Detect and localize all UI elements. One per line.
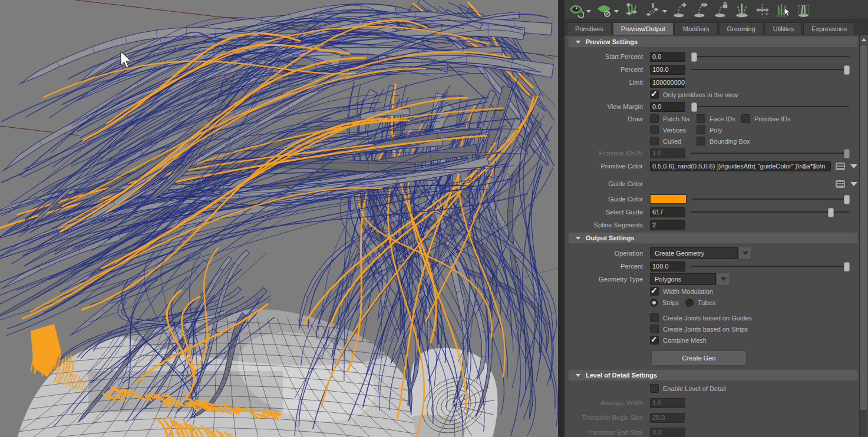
tab-grooming[interactable]: Grooming — [719, 22, 764, 35]
grass-add-icon[interactable] — [624, 2, 639, 18]
strand-split-icon[interactable] — [734, 2, 750, 18]
width-modulation-row: Width Modulation — [569, 286, 857, 297]
draw-vertices-checkbox[interactable] — [650, 125, 659, 134]
section-header-output-settings[interactable]: Output Settings — [569, 233, 857, 243]
primitive-ids-at-field: 1.0 — [650, 148, 685, 158]
settings-panel: Primitives Preview/Output Modifiers Groo… — [565, 0, 868, 437]
combine-mesh-checkbox[interactable] — [650, 336, 659, 345]
view-margin-field[interactable]: 0.0 — [650, 102, 685, 112]
primitive-ids-at-row: Primitive IDs At 1.0 — [569, 147, 857, 160]
tab-modifiers[interactable]: Modifiers — [675, 22, 718, 35]
panel-scrollbar[interactable] — [859, 35, 867, 437]
operation-dropdown[interactable]: Create Geometry — [650, 247, 738, 259]
draw-culled-checkbox[interactable] — [650, 137, 659, 145]
eye-disabled-icon[interactable] — [596, 2, 612, 18]
draw-poly-checkbox[interactable] — [697, 125, 705, 134]
strips-tubes-row: Strips Tubes — [569, 297, 857, 308]
strand-marquee-icon[interactable] — [796, 2, 811, 18]
panel-divider — [558, 0, 565, 437]
create-joints-strips-checkbox[interactable] — [650, 325, 659, 333]
percent-row: Percent 100.0 — [569, 63, 857, 76]
operation-row: Operation Create Geometry — [569, 247, 857, 260]
section-header-preview-settings[interactable]: Preview Settings — [569, 37, 857, 47]
combine-mesh-row: Combine Mesh — [569, 335, 857, 346]
average-width-field: 1.0 — [650, 398, 685, 408]
strips-radio[interactable] — [650, 299, 658, 307]
tab-utilities[interactable]: Utilities — [765, 22, 802, 35]
application-window: Primitives Preview/Output Modifiers Groo… — [0, 0, 868, 437]
collapse-triangle-icon[interactable] — [576, 41, 580, 44]
draw-patch-names-checkbox[interactable] — [650, 114, 659, 123]
select-guide-slider[interactable] — [691, 207, 849, 217]
create-joints-guides-row: Create Joints based on Guides — [569, 312, 857, 323]
guide-color-swatch[interactable] — [650, 194, 687, 204]
percent-slider[interactable] — [691, 65, 849, 74]
select-guide-row: Select Guide 617 — [569, 206, 857, 218]
view-margin-slider[interactable] — [691, 102, 849, 111]
strand-visibility-icon[interactable] — [693, 2, 708, 18]
primitive-color-row: Primitive Color 0.5,0.6), rand(0.5,0.6) … — [569, 160, 857, 173]
scrollbar-thumb[interactable] — [860, 45, 867, 410]
primitive-color-expression-field[interactable]: 0.5,0.6), rand(0.5,0.6) ])#guidesAttr( "… — [650, 161, 831, 171]
chevron-down-icon[interactable] — [662, 10, 667, 13]
viewport-canvas[interactable] — [0, 0, 558, 437]
only-primitives-row: Only primitives in the view — [569, 89, 857, 100]
start-percent-field[interactable]: 0.0 — [650, 52, 685, 62]
expression-editor-icon[interactable] — [836, 180, 845, 188]
create-joints-strips-row: Create Joints based on Strips — [569, 323, 857, 335]
geometry-type-row: Geometry Type Polygons — [569, 273, 857, 286]
geometry-type-dropdown[interactable]: Polygons — [650, 273, 716, 285]
select-guide-field[interactable]: 617 — [650, 207, 685, 217]
guide-color-expression-row: Guide Color — [569, 178, 857, 189]
output-percent-slider[interactable] — [691, 261, 849, 271]
panel-content: Preview Settings Start Percent 0.0 Perce… — [565, 35, 859, 437]
grooming-toolbar — [565, 0, 868, 20]
guide-color-slider[interactable] — [692, 194, 849, 204]
transition-end-field: 0.0 — [650, 428, 685, 437]
expression-editor-icon[interactable] — [836, 163, 845, 170]
collapse-triangle-icon[interactable] — [576, 237, 580, 240]
create-geo-button[interactable]: Create Geo — [651, 350, 747, 366]
scroll-up-arrow-icon[interactable] — [860, 35, 867, 44]
percent-field[interactable]: 100.0 — [650, 65, 685, 75]
strand-add-icon[interactable] — [672, 2, 688, 18]
draw-row-1: Draw Patch Na Face IDs Primitive IDs — [569, 113, 857, 124]
enable-lod-checkbox[interactable] — [650, 384, 659, 393]
width-modulation-checkbox[interactable] — [650, 287, 659, 296]
only-primitives-checkbox[interactable] — [650, 90, 659, 99]
tab-preview-output[interactable]: Preview/Output — [613, 22, 674, 35]
chevron-down-icon[interactable] — [850, 182, 857, 186]
transition-end-row: Transition End Size 0.0 — [569, 426, 857, 437]
chevron-down-icon[interactable] — [614, 10, 619, 13]
draw-row-2: Vertices Poly — [569, 124, 857, 135]
strand-swap-icon[interactable] — [755, 2, 770, 18]
create-joints-guides-checkbox[interactable] — [650, 313, 659, 322]
chevron-down-icon[interactable] — [850, 164, 857, 168]
output-percent-row: Percent 100.0 — [569, 260, 857, 273]
grass-select-icon[interactable] — [775, 2, 791, 18]
tab-primitives[interactable]: Primitives — [567, 22, 612, 35]
collapse-triangle-icon[interactable] — [576, 374, 580, 377]
start-percent-row: Start Percent 0.0 — [569, 50, 857, 63]
enable-lod-row: Enable Level of Detail — [569, 383, 857, 394]
average-width-row: Average Width 1.0 — [569, 396, 857, 409]
spline-segments-field[interactable]: 2 — [650, 220, 685, 230]
strand-lock-icon[interactable] — [714, 2, 729, 18]
draw-face-ids-checkbox[interactable] — [697, 114, 705, 123]
strips-insert-icon[interactable] — [645, 2, 660, 18]
draw-primitive-ids-checkbox[interactable] — [741, 114, 750, 123]
spline-segments-row: Spline Segments 2 — [569, 218, 857, 231]
eye-rotate-icon[interactable] — [569, 2, 584, 18]
tab-expressions[interactable]: Expressions — [803, 22, 855, 35]
limit-row: Limit 100000000 — [569, 76, 857, 89]
draw-bounding-box-checkbox[interactable] — [697, 137, 705, 145]
panel-tabbar: Primitives Preview/Output Modifiers Groo… — [565, 20, 868, 35]
section-header-lod-settings[interactable]: Level of Detail Settings — [569, 370, 857, 380]
start-percent-slider[interactable] — [691, 52, 849, 61]
output-percent-field[interactable]: 100.0 — [650, 261, 685, 272]
chevron-down-icon[interactable] — [586, 10, 591, 13]
dropdown-arrow-button[interactable] — [738, 247, 752, 260]
tubes-radio[interactable] — [685, 299, 694, 307]
limit-field[interactable]: 100000000 — [650, 78, 685, 88]
dropdown-arrow-button[interactable] — [717, 273, 730, 286]
